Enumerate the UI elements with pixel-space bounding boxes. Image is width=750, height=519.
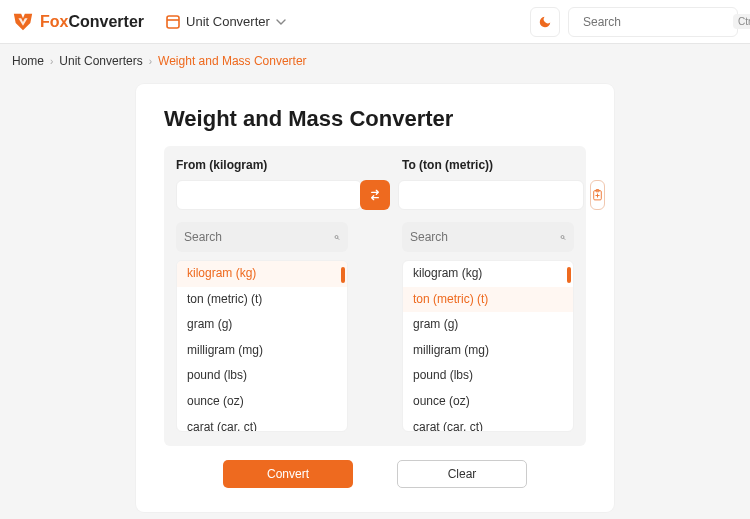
to-unit-list: kilogram (kg)ton (metric) (t)gram (g)mil… [402, 260, 574, 432]
action-row: Convert Clear [164, 460, 586, 488]
from-unit-option[interactable]: milligram (mg) [177, 338, 347, 364]
to-unit-option[interactable]: ton (metric) (t) [403, 287, 573, 313]
to-value-input[interactable] [398, 180, 584, 210]
moon-icon [538, 15, 552, 29]
swap-icon [367, 187, 383, 203]
clear-button[interactable]: Clear [397, 460, 527, 488]
from-unit-list: kilogram (kg)ton (metric) (t)gram (g)mil… [176, 260, 348, 432]
breadcrumb-unit-converters[interactable]: Unit Converters [59, 54, 142, 68]
from-unit-option[interactable]: ounce (oz) [177, 389, 347, 415]
from-unit-option[interactable]: gram (g) [177, 312, 347, 338]
converter-panel: From (kilogram) To (ton (metric)) [164, 146, 586, 446]
chevron-right-icon: › [149, 56, 152, 67]
from-unit-option[interactable]: pound (lbs) [177, 363, 347, 389]
svg-rect-0 [167, 16, 179, 28]
from-value-input[interactable] [176, 180, 362, 210]
from-unit-option[interactable]: ton (metric) (t) [177, 287, 347, 313]
scrollbar-thumb[interactable] [341, 267, 345, 283]
logo-text: FoxConverter [40, 13, 144, 31]
from-unit-search[interactable] [176, 222, 348, 252]
fox-logo-icon [12, 11, 34, 33]
logo[interactable]: FoxConverter [12, 11, 144, 33]
search-icon [334, 231, 340, 244]
from-unit-option[interactable]: carat (car, ct) [177, 415, 347, 432]
breadcrumb-current: Weight and Mass Converter [158, 54, 307, 68]
chevron-right-icon: › [50, 56, 53, 67]
page-title: Weight and Mass Converter [164, 106, 586, 132]
unit-converter-icon [166, 15, 180, 29]
copy-result-button[interactable] [590, 180, 605, 210]
scrollbar-thumb[interactable] [567, 267, 571, 283]
svg-point-4 [335, 235, 338, 238]
to-label: To (ton (metric)) [402, 158, 574, 172]
to-unit-option[interactable]: gram (g) [403, 312, 573, 338]
to-unit-search[interactable] [402, 222, 574, 252]
swap-button[interactable] [360, 180, 390, 210]
nav-unit-converter[interactable]: Unit Converter [166, 14, 286, 29]
from-unit-search-input[interactable] [184, 230, 334, 244]
theme-toggle[interactable] [530, 7, 560, 37]
to-unit-option[interactable]: kilogram (kg) [403, 261, 573, 287]
search-icon [560, 231, 566, 244]
converter-card: Weight and Mass Converter From (kilogram… [136, 84, 614, 512]
to-unit-option[interactable]: milligram (mg) [403, 338, 573, 364]
to-unit-option[interactable]: pound (lbs) [403, 363, 573, 389]
breadcrumb: Home › Unit Converters › Weight and Mass… [0, 44, 750, 78]
convert-button[interactable]: Convert [223, 460, 353, 488]
nav-unit-converter-label: Unit Converter [186, 14, 270, 29]
to-unit-search-input[interactable] [410, 230, 560, 244]
from-label: From (kilogram) [176, 158, 348, 172]
to-unit-option[interactable]: carat (car, ct) [403, 415, 573, 432]
topbar: FoxConverter Unit Converter CtrlK [0, 0, 750, 44]
svg-point-5 [561, 235, 564, 238]
breadcrumb-home[interactable]: Home [12, 54, 44, 68]
search-shortcut: CtrlK [733, 14, 750, 29]
clipboard-plus-icon [591, 188, 604, 202]
global-search-input[interactable] [583, 15, 733, 29]
chevron-down-icon [276, 17, 286, 27]
from-unit-option[interactable]: kilogram (kg) [177, 261, 347, 287]
global-search[interactable]: CtrlK [568, 7, 738, 37]
to-unit-option[interactable]: ounce (oz) [403, 389, 573, 415]
